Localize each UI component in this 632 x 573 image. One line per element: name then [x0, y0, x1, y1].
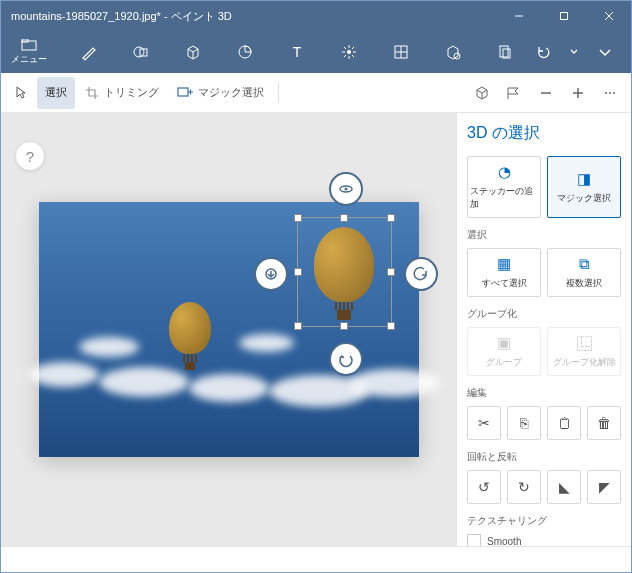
help-button[interactable]: ?	[15, 141, 45, 171]
more-icon	[603, 86, 617, 100]
rotate-right-icon: ↻	[518, 479, 530, 495]
ribbon-paste[interactable]	[489, 36, 521, 68]
rotate-left-button[interactable]: ↺	[467, 470, 501, 504]
paste-icon: 📋︎	[557, 415, 571, 431]
folder-icon	[21, 39, 37, 51]
svg-point-31	[613, 92, 615, 94]
more-button[interactable]	[595, 78, 625, 108]
sticker-add-button[interactable]: ◔ ステッカーの追加	[467, 156, 541, 218]
flag-icon	[506, 86, 522, 100]
ribbon-canvas[interactable]	[385, 36, 417, 68]
svg-point-33	[344, 188, 347, 191]
depth-button[interactable]	[254, 257, 288, 291]
ribbon-history[interactable]	[565, 36, 583, 68]
zoom-in-button[interactable]	[563, 78, 593, 108]
select-all-button[interactable]: ▦ すべて選択	[467, 248, 541, 297]
rotate-y-icon	[412, 265, 430, 283]
pointer-icon	[15, 86, 27, 100]
group-section-label: グループ化	[467, 307, 621, 321]
smooth-toggle[interactable]: Smooth	[467, 534, 621, 546]
depth-icon	[262, 265, 280, 283]
resize-handle-nw[interactable]	[294, 214, 302, 222]
maximize-button[interactable]	[541, 1, 586, 31]
ribbon: メニュー T	[1, 31, 631, 73]
resize-handle-sw[interactable]	[294, 322, 302, 330]
rotate-z-icon	[337, 180, 355, 198]
pointer-tool[interactable]	[7, 77, 35, 109]
copy-icon: ⎘	[520, 415, 528, 431]
app-window: mountains-1985027_1920.jpg* - ペイント 3D メニ…	[0, 0, 632, 573]
checkbox-icon	[467, 534, 481, 546]
ribbon-2d-shapes[interactable]	[125, 36, 157, 68]
group-icon: ▣	[497, 334, 511, 352]
sticker-icon	[236, 43, 254, 61]
plus-icon	[571, 86, 585, 100]
resize-handle-e[interactable]	[387, 268, 395, 276]
group-button: ▣ グループ	[467, 327, 541, 376]
flip-v-icon: ◤	[599, 479, 610, 495]
multi-select-button[interactable]: ⧉ 複数選択	[547, 248, 621, 297]
multi-select-icon: ⧉	[579, 255, 590, 273]
crop-tool[interactable]: トリミング	[77, 77, 167, 109]
minimize-button[interactable]	[496, 1, 541, 31]
copy-button[interactable]: ⎘	[507, 406, 541, 440]
ribbon-3d-library[interactable]	[437, 36, 469, 68]
rotate-z-button[interactable]	[329, 172, 363, 206]
select-all-icon: ▦	[497, 255, 511, 273]
delete-button[interactable]: 🗑︎	[587, 406, 621, 440]
selection-box[interactable]	[297, 217, 392, 327]
texturing-section-label: テクスチャリング	[467, 514, 621, 528]
view-3d-button[interactable]	[467, 78, 497, 108]
select-tool[interactable]: 選択	[37, 77, 75, 109]
ribbon-stickers[interactable]	[229, 36, 261, 68]
sub-toolbar: 選択 トリミング マジック選択	[1, 73, 631, 113]
brush-icon	[80, 43, 98, 61]
body: ?	[1, 113, 631, 546]
resize-handle-ne[interactable]	[387, 214, 395, 222]
effects-icon	[340, 43, 358, 61]
ribbon-redo[interactable]	[589, 36, 621, 68]
resize-handle-n[interactable]	[340, 214, 348, 222]
window-title: mountains-1985027_1920.jpg* - ペイント 3D	[1, 9, 496, 24]
rotate-x-button[interactable]	[329, 342, 363, 376]
svg-line-15	[344, 47, 346, 49]
close-button[interactable]	[586, 1, 631, 31]
paste-button[interactable]: 📋︎	[547, 406, 581, 440]
select-section-label: 選択	[467, 228, 621, 242]
flip-vertical-button[interactable]: ◤	[587, 470, 621, 504]
ribbon-effects[interactable]	[333, 36, 365, 68]
resize-handle-w[interactable]	[294, 268, 302, 276]
resize-handle-se[interactable]	[387, 322, 395, 330]
rotate-right-button[interactable]: ↻	[507, 470, 541, 504]
svg-rect-23	[500, 46, 508, 57]
ribbon-text[interactable]: T	[281, 36, 313, 68]
magic-select-icon: ◨	[577, 170, 591, 188]
cut-icon: ✂	[478, 415, 490, 431]
svg-point-29	[605, 92, 607, 94]
ribbon-brushes[interactable]	[73, 36, 105, 68]
svg-text:T: T	[293, 44, 302, 60]
cut-button[interactable]: ✂	[467, 406, 501, 440]
rotate-left-icon: ↺	[478, 479, 490, 495]
edit-section-label: 編集	[467, 386, 621, 400]
menu-button[interactable]: メニュー	[5, 32, 53, 72]
rotate-y-button[interactable]	[404, 257, 438, 291]
flip-horizontal-button[interactable]: ◣	[547, 470, 581, 504]
magic-select-tool[interactable]: マジック選択	[169, 77, 272, 109]
canvas-area[interactable]: ?	[1, 113, 456, 546]
canvas[interactable]	[39, 202, 419, 457]
sticker-icon: ◔	[498, 163, 511, 181]
side-panel: 3D の選択 ◔ ステッカーの追加 ◨ マジック選択 選択 ▦ すべて選択 ⧉	[456, 113, 631, 546]
cube-icon	[184, 43, 202, 61]
svg-rect-1	[560, 13, 567, 20]
balloon-object-1[interactable]	[169, 302, 211, 370]
zoom-out-button[interactable]	[531, 78, 561, 108]
ribbon-3d-shapes[interactable]	[177, 36, 209, 68]
ribbon-undo[interactable]	[527, 36, 559, 68]
chevron-down-icon	[569, 44, 579, 60]
view-mixed-button[interactable]	[499, 78, 529, 108]
magic-select-button[interactable]: ◨ マジック選択	[547, 156, 621, 218]
ungroup-icon: ⿺	[577, 335, 592, 352]
resize-handle-s[interactable]	[340, 322, 348, 330]
ungroup-button: ⿺ グループ化解除	[547, 327, 621, 376]
